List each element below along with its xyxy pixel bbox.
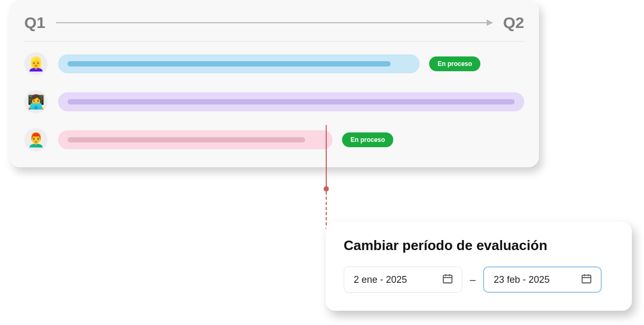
progress-bar[interactable] (58, 54, 420, 73)
modal-title: Cambiar período de evaluación (344, 237, 614, 254)
date-from-value: 2 ene - 2025 (354, 274, 407, 285)
timeline-arrow (56, 22, 493, 23)
timeline-header: Q1 Q2 (24, 14, 524, 42)
quarter-end-label: Q2 (503, 14, 524, 32)
avatar[interactable]: 👨‍🦰 (24, 128, 48, 151)
date-from-field[interactable]: 2 ene - 2025 (344, 266, 462, 293)
avatar-emoji: 👩‍💻 (27, 94, 44, 110)
bar-track: En proceso (58, 54, 524, 73)
avatar[interactable]: 👱‍♀️ (24, 52, 48, 75)
avatar[interactable]: 👩‍💻 (24, 90, 48, 113)
date-range-row: 2 ene - 2025 – 23 feb - 2025 (344, 266, 614, 293)
avatar-emoji: 👨‍🦰 (27, 132, 44, 148)
progress-bar-fill (68, 137, 305, 142)
quarter-start-label: Q1 (24, 14, 45, 32)
timeline-card: Q1 Q2 👱‍♀️ En proceso 👩‍💻 👨‍🦰 (10, 0, 539, 167)
status-badge: En proceso (342, 132, 393, 147)
status-badge: En proceso (429, 56, 480, 71)
range-separator: – (470, 274, 476, 286)
change-period-modal: Cambiar período de evaluación 2 ene - 20… (326, 222, 632, 311)
timeline-row: 👨‍🦰 En proceso (24, 128, 524, 151)
progress-bar[interactable] (58, 130, 333, 149)
bar-track (58, 92, 524, 111)
timeline-row: 👱‍♀️ En proceso (24, 52, 524, 75)
svg-rect-0 (443, 275, 452, 283)
timeline-row: 👩‍💻 (24, 90, 524, 113)
date-to-value: 23 feb - 2025 (494, 274, 550, 285)
progress-bar[interactable] (58, 92, 524, 111)
avatar-emoji: 👱‍♀️ (27, 56, 44, 72)
date-to-field[interactable]: 23 feb - 2025 (483, 266, 602, 293)
svg-rect-4 (582, 275, 591, 283)
calendar-icon (581, 273, 592, 287)
calendar-icon (442, 273, 453, 287)
progress-bar-fill (68, 99, 515, 104)
progress-bar-fill (68, 61, 391, 66)
bar-track: En proceso (58, 130, 524, 149)
